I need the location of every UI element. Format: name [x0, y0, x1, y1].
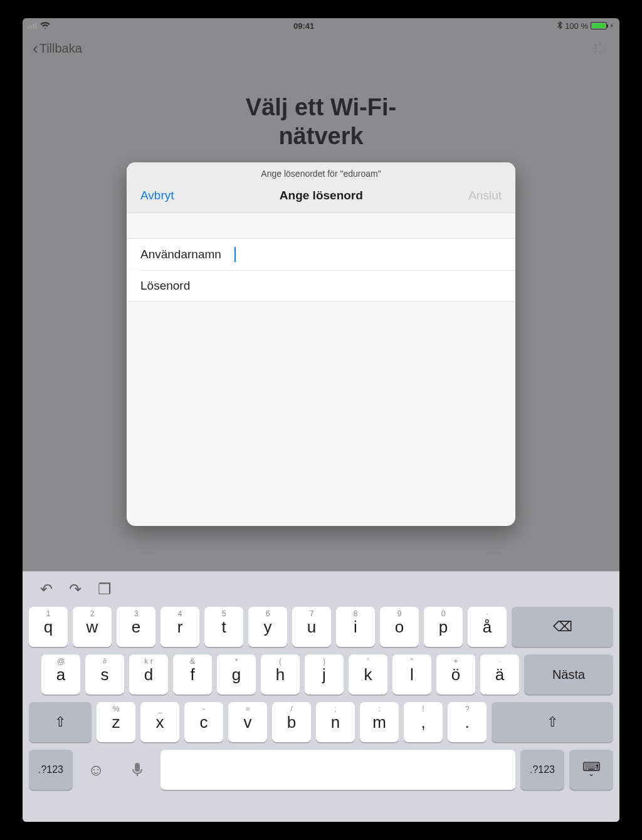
key-o[interactable]: 9o: [380, 607, 419, 647]
loading-spinner-icon: [593, 41, 607, 55]
status-bar: 09:41 100 % ⚡︎: [23, 18, 619, 33]
key-v[interactable]: =v: [228, 702, 267, 742]
key-hide-keyboard[interactable]: ⌨︎⌄: [569, 750, 613, 790]
device-screen: 09:41 100 % ⚡︎ ‹ Tillbaka Välj ett Wi-Fi…: [23, 18, 619, 822]
key-f[interactable]: &f: [173, 654, 212, 695]
key-numbers-left[interactable]: .?123: [29, 750, 73, 790]
key-numbers-right[interactable]: .?123: [520, 750, 564, 790]
key-i[interactable]: 8i: [336, 607, 375, 647]
key-k[interactable]: 'k: [349, 654, 387, 695]
key-h[interactable]: (h: [261, 654, 300, 695]
chevron-left-icon: ‹: [33, 39, 38, 58]
key-m[interactable]: :m: [360, 702, 399, 742]
key-y[interactable]: 6y: [248, 607, 287, 647]
status-time: 09:41: [293, 21, 314, 31]
password-row[interactable]: Lösenord: [127, 271, 515, 302]
key-l[interactable]: "l: [392, 654, 431, 695]
key-e[interactable]: 3e: [117, 607, 155, 647]
redo-icon[interactable]: ↷: [69, 580, 82, 598]
charging-icon: ⚡︎: [609, 22, 614, 30]
keyboard-toolbar: ↶ ↷ ❐: [29, 577, 613, 607]
username-input[interactable]: [236, 248, 502, 261]
key-shift-right[interactable]: ⇧: [492, 702, 613, 742]
key-shift-left[interactable]: ⇧: [29, 702, 92, 742]
key-ä[interactable]: ·ä: [480, 654, 519, 695]
key-.[interactable]: ?.: [448, 702, 487, 742]
modal-prompt: Ange lösenordet för "eduroam": [127, 162, 515, 182]
svg-rect-2: [594, 48, 597, 48]
key-t[interactable]: 5t: [204, 607, 243, 647]
key-å[interactable]: ·å: [468, 607, 507, 647]
battery-percent: 100 %: [565, 21, 588, 31]
nav-bar: ‹ Tillbaka: [23, 34, 619, 62]
key-r[interactable]: 4r: [160, 607, 199, 647]
password-modal: Ange lösenordet för "eduroam" Avbryt Ang…: [127, 162, 515, 526]
key-q[interactable]: 1q: [29, 607, 68, 647]
svg-rect-7: [603, 50, 606, 53]
key-a[interactable]: @a: [41, 654, 80, 695]
key-j[interactable]: )j: [305, 654, 344, 695]
key-dictation[interactable]: [119, 750, 155, 790]
key-,[interactable]: !,: [404, 702, 443, 742]
key-space[interactable]: [160, 750, 515, 790]
back-button[interactable]: ‹ Tillbaka: [33, 39, 82, 58]
svg-rect-5: [603, 44, 606, 46]
key-backspace[interactable]: ⌫: [512, 607, 613, 647]
key-next[interactable]: Nästa: [524, 654, 613, 695]
key-ö[interactable]: +ö: [436, 654, 475, 695]
back-label: Tillbaka: [39, 41, 82, 56]
cellular-signal-icon: [28, 23, 37, 29]
key-g[interactable]: *g: [217, 654, 256, 695]
key-c[interactable]: -c: [184, 702, 223, 742]
key-w[interactable]: 2w: [73, 607, 112, 647]
on-screen-keyboard: ↶ ↷ ❐ 1q2w3e4r5t6y7u8i9o0p·å⌫ @a#sk rd&f…: [23, 571, 619, 822]
key-b[interactable]: /b: [272, 702, 311, 742]
modal-title: Ange lösenord: [280, 189, 363, 202]
wifi-icon: [40, 21, 50, 31]
password-label: Lösenord: [140, 279, 234, 293]
clipboard-icon[interactable]: ❐: [98, 580, 112, 598]
undo-icon[interactable]: ↶: [40, 580, 53, 598]
bluetooth-icon: [557, 21, 562, 31]
key-n[interactable]: ;n: [316, 702, 355, 742]
svg-rect-1: [599, 51, 600, 55]
connect-button[interactable]: Anslut: [468, 189, 502, 202]
svg-rect-0: [599, 42, 600, 45]
key-s[interactable]: #s: [85, 654, 124, 695]
key-u[interactable]: 7u: [292, 607, 331, 647]
username-label: Användarnamn: [140, 248, 234, 261]
key-d[interactable]: k rd: [129, 654, 168, 695]
svg-rect-3: [603, 48, 606, 48]
battery-icon: [591, 22, 607, 29]
key-emoji[interactable]: ☺: [78, 750, 114, 790]
key-x[interactable]: _x: [140, 702, 179, 742]
cancel-button[interactable]: Avbryt: [140, 189, 174, 202]
modal-header: Avbryt Ange lösenord Anslut: [127, 182, 515, 213]
svg-rect-4: [594, 44, 597, 46]
username-row[interactable]: Användarnamn: [127, 238, 515, 270]
key-p[interactable]: 0p: [424, 607, 463, 647]
page-title: Välj ett Wi-Fi- nätverk: [23, 93, 619, 150]
password-input[interactable]: [234, 279, 502, 293]
key-z[interactable]: %z: [97, 702, 135, 742]
svg-rect-6: [594, 50, 597, 53]
